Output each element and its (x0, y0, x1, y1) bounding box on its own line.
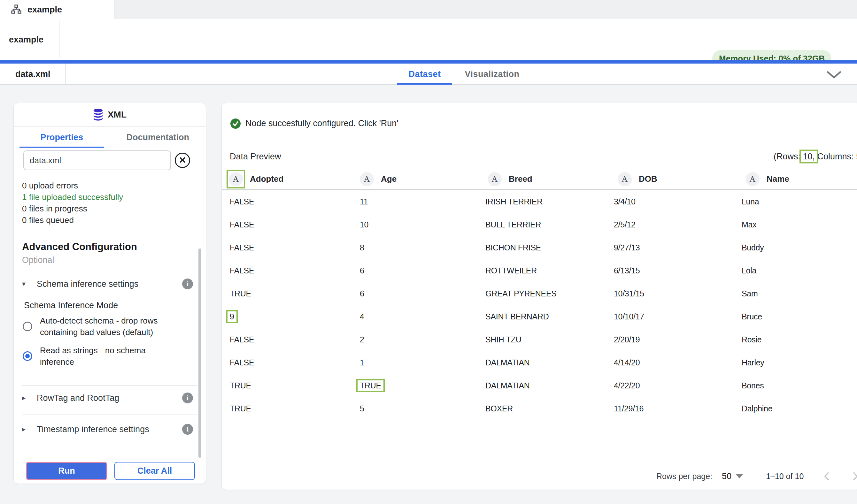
caret-down-icon (736, 474, 743, 479)
column-label: Adopted (250, 174, 283, 184)
table-row: TRUETRUEDALMATIAN4/22/20Bones (222, 374, 857, 397)
table-header-row: AAdoptedAAgeABreedADOBAName (222, 169, 857, 190)
run-button[interactable]: Run (26, 462, 107, 480)
table-cell: TRUE (230, 397, 251, 420)
table-row: FALSE8BICHON FRISE9/27/13Buddy (222, 236, 857, 259)
table-cell: 4/14/20 (614, 351, 640, 374)
radio-checked-icon (23, 351, 32, 361)
table-cell: 6 (360, 259, 364, 282)
table-cell: 10/10/17 (614, 305, 644, 328)
info-icon[interactable]: i (182, 279, 193, 289)
table-cell: 5 (360, 397, 364, 420)
table-cell: TRUE (230, 374, 251, 397)
next-page-button[interactable] (850, 471, 857, 481)
upload-status-line: 0 files queued (22, 214, 123, 226)
column-header-breed[interactable]: ABreed (488, 169, 532, 189)
workflow-tab-example[interactable]: example (0, 0, 114, 19)
app-header: example Memory Used: 0% of 32GB (0, 19, 857, 60)
tab-bar: example (0, 0, 857, 19)
status-message: Node succesfully configured. Click 'Run' (246, 119, 399, 128)
data-preview-title: Data Preview (230, 151, 281, 161)
radio-unchecked-icon (23, 321, 32, 331)
column-type-icon: A (360, 172, 374, 186)
table-cell: 2/20/19 (614, 328, 640, 351)
success-check-icon (230, 118, 241, 129)
status-message-row: Node succesfully configured. Click 'Run' (222, 103, 857, 144)
clear-all-button[interactable]: Clear All (114, 462, 195, 480)
info-icon[interactable]: i (182, 424, 193, 435)
table-row: FALSE10BULL TERRIER2/5/12Max (222, 213, 857, 236)
column-type-icon: A (229, 172, 243, 186)
data-preview-panel: Node succesfully configured. Click 'Run'… (221, 103, 857, 490)
table-cell: 4 (360, 305, 364, 328)
column-type-icon: A (618, 172, 632, 186)
table-cell: DALMATIAN (485, 374, 530, 397)
tab-documentation[interactable]: Documentation (110, 126, 206, 148)
active-tab-underline (397, 83, 452, 85)
table-cell: DALMATIAN (485, 351, 530, 374)
table-cell: Dalphine (742, 397, 772, 420)
table-cell: TRUE (230, 282, 251, 305)
table-cell: GREAT PYRENEES (485, 282, 557, 305)
table-cell: 9 (230, 305, 234, 328)
advanced-configuration-title: Advanced Configuration (22, 241, 137, 253)
table-cell: FALSE (230, 351, 254, 374)
remove-file-button[interactable]: ✕ (175, 153, 190, 168)
table-cell: Rosie (742, 328, 761, 351)
preview-summary: (Rows: 10, Columns: 5) (774, 151, 857, 161)
section-timestamp-inference[interactable]: ▸ Timestamp inference settings i (22, 421, 198, 437)
column-label: Breed (509, 174, 532, 184)
tab-dataset[interactable]: Dataset (397, 64, 452, 85)
table-cell: FALSE (230, 190, 254, 213)
table-cell: BICHON FRISE (485, 236, 541, 259)
radio-auto-detect-schema[interactable]: Auto-detect schema - drop rows containin… (22, 315, 188, 338)
panel-scrollbar[interactable] (198, 248, 201, 458)
file-name-input[interactable] (23, 151, 171, 170)
table-cell: Lola (742, 259, 756, 282)
info-icon[interactable]: i (182, 393, 193, 403)
section-schema-inference-settings[interactable]: ▾ Schema inference settings i (22, 276, 198, 292)
workspace-title: example (9, 19, 44, 60)
column-header-adopted[interactable]: AAdopted (229, 169, 283, 189)
upload-status-line: 0 files in progress (22, 203, 123, 214)
chevron-expanded-icon: ▾ (22, 280, 37, 288)
table-cell: 10 (360, 213, 368, 236)
chevron-collapsed-icon: ▸ (22, 425, 37, 433)
rows-per-page-select[interactable]: 50 (722, 471, 743, 481)
accent-bar (0, 60, 857, 64)
column-header-dob[interactable]: ADOB (618, 169, 657, 189)
chevron-down-icon[interactable] (825, 67, 843, 82)
table-cell: FALSE (230, 328, 254, 351)
table-cell: 10/31/15 (614, 282, 644, 305)
table-body: FALSE11IRISH TERRIER3/4/10LunaFALSE10BUL… (222, 190, 857, 420)
database-icon (93, 109, 103, 121)
table-cell: 1 (360, 351, 364, 374)
table-cell: 3/4/10 (614, 190, 636, 213)
table-cell: 11 (360, 190, 368, 213)
table-cell: Luna (742, 190, 759, 213)
column-type-icon: A (745, 172, 759, 186)
column-header-name[interactable]: AName (745, 169, 789, 189)
radio-read-as-strings[interactable]: Read as strings - no schema inference (22, 345, 188, 368)
table-cell: BOXER (485, 397, 513, 420)
table-cell: SHIH TZU (485, 328, 521, 351)
node-title: data.xml (15, 64, 50, 85)
table-cell: 6 (360, 282, 364, 305)
table-cell: 2 (360, 328, 364, 351)
table-cell: Buddy (742, 236, 764, 259)
column-header-age[interactable]: AAge (360, 169, 397, 189)
table-cell: 9/27/13 (614, 236, 640, 259)
table-row: TRUE5BOXER11/29/16Dalphine (222, 397, 857, 420)
pagination-range: 1–10 of 10 (766, 472, 804, 481)
preview-header-row: Data Preview (Rows: 10, Columns: 5) (222, 144, 857, 169)
section-rowtag-roottag[interactable]: ▸ RowTag and RootTag i (22, 390, 198, 406)
table-cell: SAINT BERNARD (485, 305, 549, 328)
table-cell: Bruce (742, 305, 762, 328)
tab-properties[interactable]: Properties (14, 126, 110, 148)
table-cell: TRUE (360, 374, 381, 397)
table-cell: 8 (360, 236, 364, 259)
table-row: FALSE6ROTTWEILER6/13/15Lola (222, 259, 857, 282)
upload-status-line: 1 file uploaded successfully (22, 191, 123, 203)
tab-visualization[interactable]: Visualization (460, 64, 524, 85)
previous-page-button[interactable] (822, 471, 832, 481)
